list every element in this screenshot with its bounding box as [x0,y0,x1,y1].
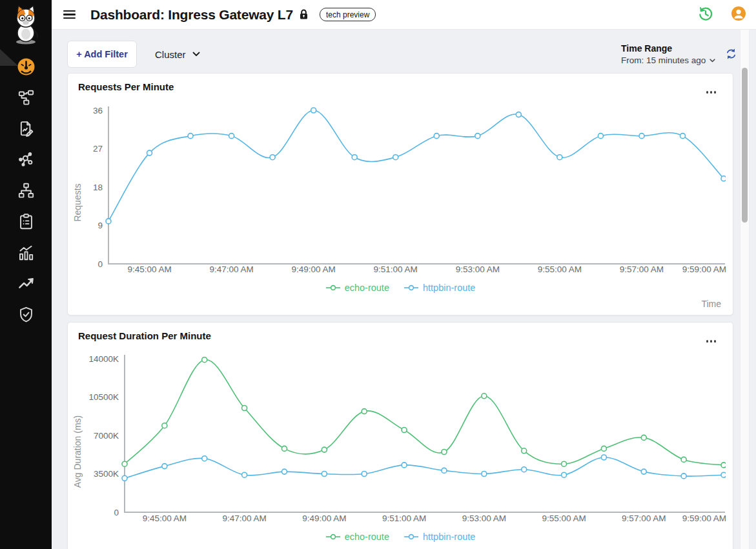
kuma-cat-logo[interactable] [10,4,42,45]
svg-text:9:55:00 AM: 9:55:00 AM [538,265,582,274]
sidebar-item-share-graph[interactable] [17,151,35,168]
chart-legend: echo-route httpbin-route [68,532,733,542]
sidebar-item-bar-chart[interactable] [17,244,35,261]
svg-text:27: 27 [93,144,103,154]
sitemap-icon [17,182,35,199]
legend-item-httpbin-route[interactable]: httpbin-route [404,532,475,542]
svg-text:9:45:00 AM: 9:45:00 AM [143,514,187,523]
lock-icon [299,9,309,20]
svg-text:7000K: 7000K [94,431,119,441]
svg-text:9: 9 [97,221,103,230]
clipboard-icon [17,213,35,230]
svg-text:14000K: 14000K [88,354,119,364]
legend-item-echo-route[interactable]: echo-route [325,532,389,542]
sidebar-item-clipboard[interactable] [17,213,35,230]
legend-line-marker-icon [325,284,341,292]
header-actions [697,5,746,25]
svg-text:0: 0 [97,259,103,269]
bar-chart-icon [17,244,35,261]
svg-text:9:55:00 AM: 9:55:00 AM [542,514,586,523]
add-filter-button[interactable]: + Add Filter [67,41,137,68]
shield-check-icon [17,306,35,323]
requests-line-chart: 091827369:45:00 AM9:47:00 AM9:49:00 AM9:… [68,74,734,316]
panel-request-duration-per-minute: Request Duration Per Minute 03500K7000K1… [67,322,733,549]
sidebar-item-shield-check[interactable] [17,306,35,323]
menu-icon[interactable] [63,8,76,21]
top-header: Dashboard: Ingress Gateway L7 tech previ… [52,0,756,30]
sidebar-item-topology[interactable] [17,89,35,106]
svg-text:10500K: 10500K [88,392,119,402]
app-root: Dashboard: Ingress Gateway L7 tech previ… [0,0,756,549]
sidebar-item-sitemap[interactable] [17,182,35,199]
document-edit-icon [17,120,35,137]
time-range-control: Time Range From: 15 minutes ago [621,43,715,65]
chevron-down-icon [710,59,715,63]
gauge-icon [17,58,35,75]
cluster-dropdown[interactable]: Cluster [155,41,200,68]
sidebar-item-trend-up[interactable] [17,275,35,292]
svg-text:9:59:00 AM: 9:59:00 AM [682,265,726,274]
time-range-value: From: 15 minutes ago [621,55,706,65]
svg-text:18: 18 [93,183,103,192]
svg-text:3500K: 3500K [94,469,119,479]
panel-requests-per-minute: Requests Per Minute 091827369:45:00 AM9:… [67,73,733,315]
trend-up-icon [17,275,35,292]
legend-line-marker-icon [404,284,419,292]
legend-line-marker-icon [325,533,341,541]
svg-text:9:45:00 AM: 9:45:00 AM [127,265,171,274]
svg-text:36: 36 [93,106,103,115]
svg-text:9:57:00 AM: 9:57:00 AM [622,514,666,523]
page-title: Dashboard: Ingress Gateway L7 [90,7,293,23]
legend-item-httpbin-route[interactable]: httpbin-route [404,283,475,293]
cluster-label: Cluster [155,49,186,60]
share-graph-icon [17,151,35,168]
svg-text:9:49:00 AM: 9:49:00 AM [302,514,346,523]
time-range-value-dropdown[interactable]: From: 15 minutes ago [621,55,715,65]
legend-line-marker-icon [404,533,419,541]
user-avatar[interactable] [731,6,746,24]
sidebar [0,0,52,549]
svg-text:9:49:00 AM: 9:49:00 AM [292,265,336,274]
svg-text:Time: Time [701,299,721,309]
svg-text:0: 0 [114,508,119,517]
svg-text:9:53:00 AM: 9:53:00 AM [456,265,500,274]
svg-text:9:53:00 AM: 9:53:00 AM [462,514,506,523]
svg-text:9:51:00 AM: 9:51:00 AM [374,265,418,274]
svg-text:9:57:00 AM: 9:57:00 AM [620,265,664,274]
time-range-label: Time Range [621,43,715,54]
sidebar-nav [0,58,52,323]
svg-text:9:47:00 AM: 9:47:00 AM [209,265,253,274]
scrollbar-thumb[interactable] [742,68,748,223]
topology-icon [17,89,35,106]
svg-text:9:51:00 AM: 9:51:00 AM [382,514,426,523]
svg-text:9:47:00 AM: 9:47:00 AM [222,514,266,523]
chevron-down-icon [192,52,200,57]
refresh-icon[interactable] [725,48,737,63]
sidebar-item-dashboards-active[interactable] [17,58,35,75]
history-icon[interactable] [697,5,714,25]
tech-preview-badge: tech preview [320,8,376,21]
sidebar-item-document-edit[interactable] [17,120,35,137]
duration-line-chart: 03500K7000K10500K14000K9:45:00 AM9:47:00… [68,323,734,549]
svg-text:Avg Duration (ms): Avg Duration (ms) [72,415,83,488]
svg-text:Requests: Requests [72,183,83,221]
svg-text:9:59:00 AM: 9:59:00 AM [682,514,726,523]
chart-legend: echo-route httpbin-route [68,283,733,293]
legend-item-echo-route[interactable]: echo-route [325,283,389,293]
